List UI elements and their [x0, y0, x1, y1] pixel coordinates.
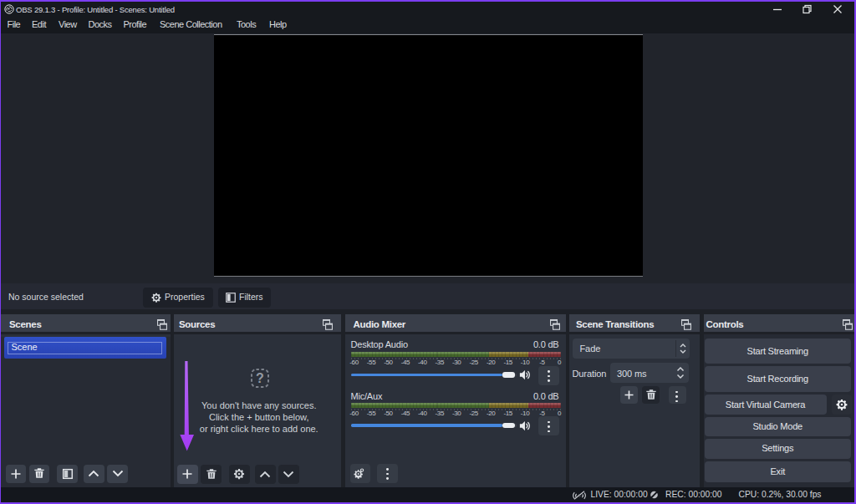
svg-text:?: ?	[256, 371, 264, 385]
